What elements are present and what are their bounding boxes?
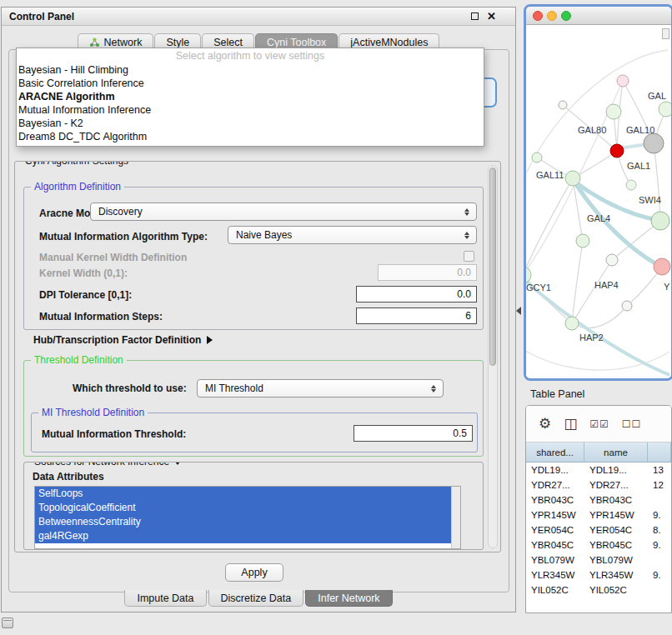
table-row[interactable]: YER054CYER054C8. bbox=[526, 522, 671, 538]
manual-kernel-width-label: Manual Kernel Width Definition bbox=[39, 252, 187, 263]
graph-node-label: Y bbox=[664, 282, 670, 292]
attribute-row-gal4rgexp[interactable]: gal4RGexp bbox=[35, 529, 451, 543]
graph-node[interactable] bbox=[526, 267, 531, 283]
columns-icon[interactable]: ◫ bbox=[564, 417, 577, 432]
table-row[interactable]: YBL079WYBL079W bbox=[526, 552, 671, 568]
dropdown-item-dream8-dc-tdc-algorithm[interactable]: Dream8 DC_TDC Algorithm bbox=[17, 130, 484, 143]
dropdown-item-basic-correlation-inference[interactable]: Basic Correlation Inference bbox=[17, 77, 484, 90]
close-icon[interactable]: ✕ bbox=[487, 12, 496, 22]
graph-node-label: HAP2 bbox=[579, 332, 604, 342]
table-row[interactable]: YLR345WYLR345W9. bbox=[526, 568, 671, 582]
table-row[interactable]: YDR27...YDR27...12 bbox=[526, 478, 671, 492]
column-header-3[interactable] bbox=[648, 442, 671, 462]
graph-node[interactable] bbox=[532, 152, 542, 162]
attributes-scrollbar[interactable] bbox=[451, 487, 460, 548]
table-cell: YER054C bbox=[526, 525, 584, 535]
zoom-traffic-light-icon[interactable] bbox=[561, 11, 571, 21]
sources-group: Sources for Network Inference Data Attri… bbox=[23, 462, 484, 550]
table-cell: YDR27... bbox=[526, 480, 584, 490]
combo-arrows-icon bbox=[462, 227, 472, 243]
which-threshold-select[interactable]: MI Threshold bbox=[197, 379, 444, 398]
dpi-tolerance-input[interactable] bbox=[356, 286, 477, 302]
table-rows: YDL19...YDL19...13YDR27...YDR27...12YBR0… bbox=[526, 462, 671, 598]
column-header-2[interactable]: name bbox=[584, 442, 648, 462]
graph-node[interactable] bbox=[651, 212, 669, 230]
data-attributes-label: Data Attributes bbox=[33, 471, 104, 482]
attribute-row-betweennesscentrality[interactable]: BetweennessCentrality bbox=[35, 515, 451, 529]
table-row[interactable]: YIL052CYIL052C bbox=[526, 582, 671, 598]
expand-arrow-icon[interactable] bbox=[207, 336, 213, 344]
table-row[interactable]: YPR145WYPR145W9. bbox=[526, 508, 671, 522]
close-traffic-light-icon[interactable] bbox=[533, 11, 543, 21]
bottom-tab-impute-data[interactable]: Impute Data bbox=[124, 590, 206, 607]
algorithm-definition-title: Algorithm Definition bbox=[31, 181, 124, 193]
mi-steps-input[interactable] bbox=[356, 308, 477, 324]
minimize-traffic-light-icon[interactable] bbox=[547, 11, 557, 21]
attribute-row-topologicalcoefficient[interactable]: TopologicalCoefficient bbox=[35, 501, 451, 515]
mi-algorithm-type-select[interactable]: Naive Bayes bbox=[228, 226, 477, 244]
graph-edge bbox=[572, 241, 583, 323]
aracne-mode-select[interactable]: Discovery bbox=[90, 202, 477, 221]
graph-node[interactable] bbox=[559, 101, 567, 109]
select-all-icon[interactable]: ☑☑ bbox=[589, 417, 609, 432]
dropdown-item-aracne-algorithm[interactable]: ARACNE Algorithm bbox=[17, 90, 484, 103]
graph-node[interactable] bbox=[654, 258, 670, 275]
which-threshold-label: Which threshold to use: bbox=[73, 382, 187, 394]
manual-kernel-width-checkbox bbox=[464, 251, 474, 262]
graph-node[interactable] bbox=[565, 317, 579, 330]
mi-algorithm-type-value: Naive Bayes bbox=[236, 229, 292, 241]
bottom-tab-discretize-data[interactable]: Discretize Data bbox=[208, 590, 304, 607]
splitter-collapse-icon[interactable] bbox=[516, 307, 521, 315]
graph-node-label: SWI4 bbox=[639, 195, 661, 205]
table-cell: YBR043C bbox=[584, 495, 648, 505]
table-row[interactable]: YBR045CYBR045C9. bbox=[526, 538, 671, 552]
graph-node-label: GAL80 bbox=[578, 125, 606, 135]
table-row[interactable]: YDL19...YDL19...13 bbox=[526, 462, 671, 478]
scrollbar-thumb[interactable] bbox=[489, 168, 496, 366]
graph-node[interactable] bbox=[659, 102, 671, 117]
deselect-all-icon[interactable]: ☐☐ bbox=[622, 417, 642, 432]
table-cell: YBR043C bbox=[526, 495, 584, 505]
graph-node[interactable] bbox=[606, 104, 621, 119]
table-cell: YIL052C bbox=[584, 585, 648, 595]
graph-node[interactable] bbox=[622, 301, 632, 311]
control-panel-titlebar: Control Panel ✕ bbox=[2, 8, 515, 26]
graph-node[interactable] bbox=[644, 133, 664, 153]
graph-node[interactable] bbox=[576, 234, 589, 248]
table-cell: 13 bbox=[648, 465, 671, 475]
hub-section-label: Hub/Transcription Factor Definition bbox=[33, 334, 201, 346]
table-header: shared...name bbox=[526, 442, 671, 462]
settings-group-title: Cyni Algorithm Settings bbox=[22, 161, 132, 168]
table-row[interactable]: YBR043CYBR043C bbox=[526, 492, 671, 508]
table-cell: YPR145W bbox=[526, 510, 584, 520]
bottom-tab-infer-network[interactable]: Infer Network bbox=[305, 590, 392, 607]
graph-node[interactable] bbox=[606, 254, 618, 266]
collapse-arrow-icon[interactable] bbox=[173, 462, 182, 465]
column-header-1[interactable]: shared... bbox=[526, 442, 584, 462]
table-cell: YDR27... bbox=[584, 480, 648, 490]
apply-button[interactable]: Apply bbox=[225, 563, 283, 582]
dropdown-item-bayesian-hill-climbing[interactable]: Bayesian - Hill Climbing bbox=[17, 63, 484, 77]
threshold-definition-group: Threshold Definition Which threshold to … bbox=[23, 360, 484, 457]
window-title: Control Panel bbox=[9, 11, 74, 22]
mi-threshold-input[interactable] bbox=[354, 425, 473, 442]
graph-node[interactable] bbox=[617, 75, 629, 87]
float-window-icon[interactable] bbox=[471, 12, 479, 20]
network-window-titlebar[interactable] bbox=[526, 7, 671, 25]
attribute-row-selfloops[interactable]: SelfLoops bbox=[35, 487, 451, 501]
bottom-tabs: Impute DataDiscretize DataInfer Network bbox=[2, 590, 515, 608]
network-canvas[interactable]: GALGAL80GAL10GAL11GAL1SWI4GAL4GCY1HAP4HA… bbox=[526, 25, 671, 378]
graph-node[interactable] bbox=[610, 144, 624, 158]
dropdown-item-mutual-information-inference[interactable]: Mutual Information Inference bbox=[17, 103, 484, 117]
graph-node[interactable] bbox=[565, 171, 580, 186]
sources-group-title[interactable]: Sources for Network Inference bbox=[31, 462, 185, 468]
attr-rows: SelfLoopsTopologicalCoefficientBetweenne… bbox=[35, 487, 460, 543]
graph-node[interactable] bbox=[626, 180, 636, 190]
gear-icon[interactable]: ⚙ bbox=[539, 417, 551, 432]
mi-threshold-label: Mutual Information Threshold: bbox=[42, 428, 186, 440]
hub-transcription-factor-section[interactable]: Hub/Transcription Factor Definition bbox=[33, 334, 213, 346]
mi-algorithm-type-label: Mutual Information Algorithm Type: bbox=[39, 231, 208, 242]
dropdown-item-bayesian-k2[interactable]: Bayesian - K2 bbox=[17, 117, 484, 130]
table-cell: YPR145W bbox=[584, 510, 648, 520]
minimized-panel-icon[interactable] bbox=[2, 618, 13, 628]
